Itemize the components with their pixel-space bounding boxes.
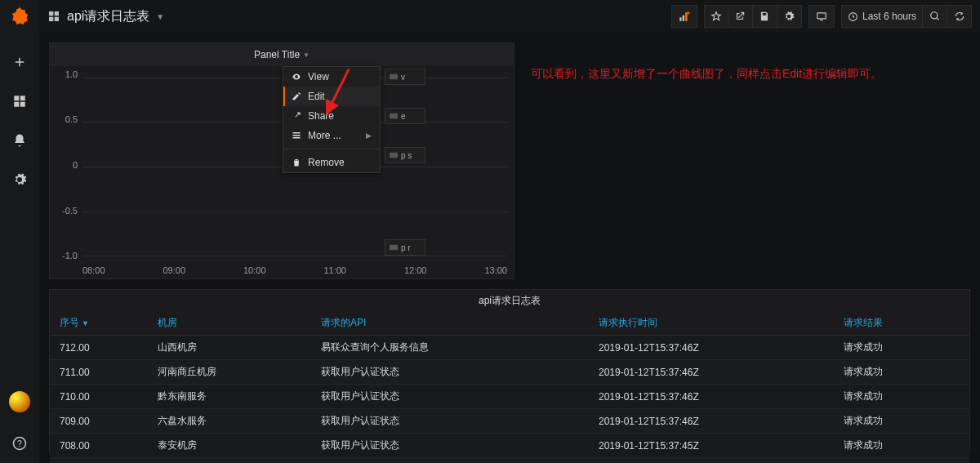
shortcut-badge: p r — [385, 239, 425, 256]
table-row[interactable]: 712.00山西机房易联众查询个人服务信息2019-01-12T15:37:46… — [50, 336, 969, 360]
shortcut-badge: p s — [385, 147, 425, 163]
table-cell: 山西机房 — [148, 336, 311, 360]
table-row[interactable]: 711.00河南商丘机房获取用户认证状态2019-01-12T15:37:46Z… — [50, 360, 969, 385]
table-cell: 2019-01-12T15:37:46Z — [589, 360, 834, 385]
settings-button[interactable] — [777, 5, 802, 28]
menu-item-remove[interactable]: Remove — [283, 153, 380, 172]
user-avatar[interactable] — [9, 391, 30, 412]
table-header-seq[interactable]: 序号▼ — [50, 311, 148, 336]
table-cell: 710.00 — [50, 385, 148, 409]
alerting-icon[interactable] — [10, 131, 29, 150]
svg-rect-7 — [390, 114, 398, 119]
svg-rect-8 — [390, 153, 398, 158]
svg-rect-6 — [390, 74, 398, 80]
x-axis-labels: 08:00 09:00 10:00 11:00 12:00 13:00 — [82, 265, 507, 278]
table-cell: 请求成功 — [834, 336, 969, 360]
table-panel-title[interactable]: api请求日志表 — [50, 290, 969, 311]
table-cell: 获取用户认证状态 — [311, 434, 589, 458]
table-cell: 709.00 — [50, 409, 148, 434]
table-cell: 2019-01-12T15:37:46Z — [589, 385, 834, 409]
table-cell: 请求成功 — [834, 458, 969, 464]
y-axis-labels: 1.0 0.5 0 -0.5 -1.0 — [50, 66, 82, 264]
chart-plot-area[interactable]: 1.0 0.5 0 -0.5 -1.0 08:00 09:00 10:00 — [50, 66, 514, 278]
table-cell: 黔东南服务 — [148, 385, 311, 409]
chevron-down-icon: ▼ — [156, 12, 164, 21]
table-header-result[interactable]: 请求结果 — [834, 311, 969, 336]
time-range-label: Last 6 hours — [862, 11, 916, 22]
table-cell: 2019-01-12T15:37:45Z — [589, 434, 834, 458]
table-row[interactable]: 708.00泰安机房获取用户认证状态2019-01-12T15:37:45Z请求… — [50, 434, 969, 458]
svg-rect-2 — [817, 13, 826, 19]
table-header-api[interactable]: 请求的API — [311, 311, 589, 336]
table-cell: 河南商丘机房 — [148, 360, 311, 385]
panel-title-bar[interactable]: Panel Title ▼ — [50, 43, 514, 66]
chart-panel: Panel Title ▼ 1.0 0.5 0 -0.5 -1.0 — [49, 42, 514, 279]
table-cell: 请求成功 — [834, 385, 969, 409]
table-cell: 711.00 — [50, 360, 148, 385]
table-cell: 获取用户认证状态 — [311, 458, 589, 464]
menu-item-view[interactable]: View — [283, 67, 380, 87]
svg-rect-3 — [820, 20, 823, 20]
dashboards-icon[interactable] — [10, 91, 29, 111]
help-icon[interactable]: ? — [10, 434, 29, 453]
table-cell: 泰安机房 — [148, 434, 311, 458]
dashboard-title: api请求日志表 — [67, 8, 149, 25]
table-row[interactable]: 707.00夏津机房获取用户认证状态2019-01-12T15:37:45Z请求… — [50, 458, 969, 464]
configuration-icon[interactable] — [10, 170, 29, 189]
table-cell: 712.00 — [50, 336, 148, 360]
table-header-time[interactable]: 请求执行时间 — [589, 311, 834, 336]
menu-item-share[interactable]: Share — [283, 106, 380, 126]
table-header-room[interactable]: 机房 — [148, 311, 311, 336]
table-cell: 2019-01-12T15:37:46Z — [589, 409, 834, 434]
svg-rect-12 — [390, 245, 398, 251]
table-cell: 2019-01-12T15:37:45Z — [589, 458, 834, 464]
panel-context-menu: Viewv Edite Sharep s More ...▶ Removep r — [283, 66, 381, 173]
table-cell: 2019-01-12T15:37:46Z — [589, 336, 834, 360]
dashboard-content: Panel Title ▼ 1.0 0.5 0 -0.5 -1.0 — [39, 33, 980, 463]
refresh-button[interactable] — [947, 5, 972, 28]
side-nav: ? — [0, 0, 39, 463]
svg-rect-11 — [293, 137, 301, 139]
table-cell: 请求成功 — [834, 409, 969, 434]
table-row[interactable]: 709.00六盘水服务获取用户认证状态2019-01-12T15:37:46Z请… — [50, 409, 969, 434]
log-table: 序号▼ 机房 请求的API 请求执行时间 请求结果 712.00山西机房易联众查… — [50, 311, 969, 463]
table-cell: 六盘水服务 — [148, 409, 311, 434]
shortcut-badge: v — [385, 69, 425, 85]
svg-point-5 — [930, 12, 937, 19]
share-button[interactable] — [728, 5, 753, 28]
table-cell: 夏津机房 — [148, 458, 311, 464]
table-cell: 易联众查询个人服务信息 — [311, 336, 589, 360]
top-toolbar: api请求日志表 ▼ Last 6 hours — [39, 0, 980, 33]
save-button[interactable] — [753, 5, 777, 28]
table-row[interactable]: 710.00黔东南服务获取用户认证状态2019-01-12T15:37:46Z请… — [50, 385, 969, 409]
menu-item-more[interactable]: More ...▶ — [283, 126, 380, 145]
annotation-text: 可以看到，这里又新增了一个曲线图了，同样点击Edit进行编辑即可。 — [514, 42, 970, 279]
dashboard-icon — [47, 10, 60, 23]
table-cell: 请求成功 — [834, 434, 969, 458]
time-range-button[interactable]: Last 6 hours — [841, 5, 923, 28]
svg-rect-9 — [293, 132, 301, 134]
grafana-logo-icon[interactable] — [8, 5, 31, 28]
cycle-view-button[interactable] — [808, 5, 835, 28]
table-cell: 708.00 — [50, 434, 148, 458]
table-panel: api请求日志表 序号▼ 机房 请求的API 请求执行时间 请求结果 712.0… — [49, 289, 970, 453]
table-cell: 请求成功 — [834, 360, 969, 385]
svg-rect-10 — [293, 135, 301, 136]
zoom-out-button[interactable] — [923, 5, 947, 28]
svg-text:?: ? — [17, 439, 22, 448]
star-button[interactable] — [704, 5, 728, 28]
add-panel-button[interactable] — [671, 5, 697, 28]
create-icon[interactable] — [10, 52, 29, 72]
table-cell: 获取用户认证状态 — [311, 409, 589, 434]
menu-item-edit[interactable]: Edit — [283, 87, 380, 106]
panel-title: Panel Title — [254, 49, 300, 60]
chevron-down-icon: ▼ — [303, 51, 310, 59]
shortcut-badge: e — [385, 108, 425, 124]
table-cell: 获取用户认证状态 — [311, 360, 589, 385]
table-cell: 获取用户认证状态 — [311, 385, 589, 409]
sort-desc-icon: ▼ — [82, 319, 89, 327]
breadcrumb[interactable]: api请求日志表 ▼ — [47, 8, 164, 25]
table-cell: 707.00 — [50, 458, 148, 464]
